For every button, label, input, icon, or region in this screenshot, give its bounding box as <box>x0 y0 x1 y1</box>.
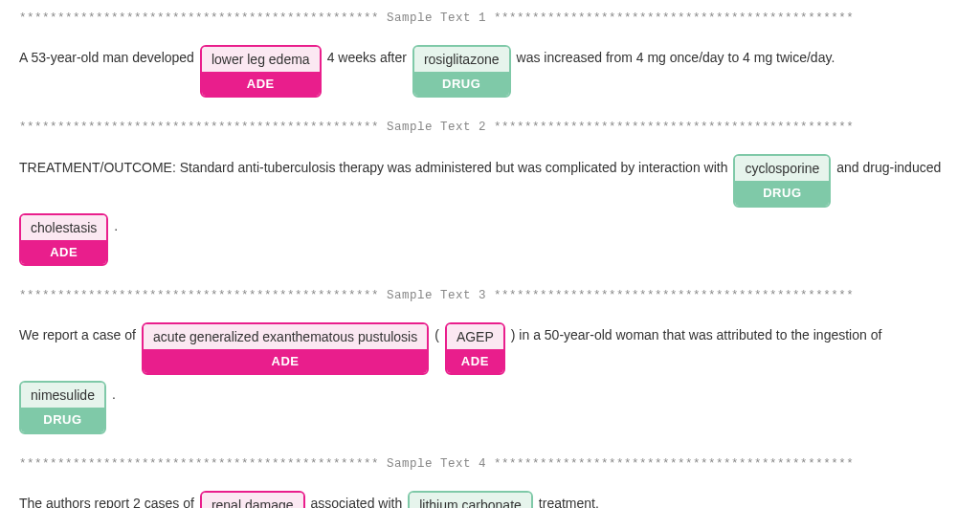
plain-text: A 53-year-old man developed <box>19 45 194 72</box>
entity-label: ADE <box>144 349 427 374</box>
plain-text: TREATMENT/OUTCOME: Standard anti-tubercu… <box>19 154 727 181</box>
entity-text: nimesulide <box>21 383 104 408</box>
entity-text: AGEP <box>447 324 503 349</box>
entity-text: renal damage <box>202 493 303 509</box>
entity-ade: lower leg edemaADE <box>200 45 322 99</box>
entity-text: acute generalized exanthematous pustulos… <box>144 324 427 349</box>
plain-text: and drug-induced <box>836 154 941 181</box>
entity-label: DRUG <box>735 181 829 206</box>
entity-text: lithium carbonate <box>410 493 531 509</box>
plain-text: associated with <box>311 491 403 509</box>
sample-text-row: A 53-year-old man developedlower leg ede… <box>19 45 961 99</box>
plain-text: treatment. <box>539 491 599 509</box>
plain-text: We report a case of <box>19 322 136 349</box>
annotated-text-samples: ****************************************… <box>19 10 961 508</box>
entity-ade: AGEPADE <box>445 322 505 376</box>
entity-drug: cyclosporineDRUG <box>733 154 831 208</box>
entity-drug: rosiglitazoneDRUG <box>412 45 511 99</box>
sample-header: ****************************************… <box>19 455 961 474</box>
entity-text: lower leg edema <box>202 47 320 72</box>
plain-text: was increased from 4 mg once/day to 4 mg… <box>517 45 835 72</box>
entity-drug: nimesulideDRUG <box>19 381 106 434</box>
entity-ade: cholestasisADE <box>19 213 108 267</box>
entity-ade: renal damageADE <box>200 491 305 509</box>
sample-header: ****************************************… <box>19 119 961 137</box>
entity-drug: lithium carbonateDRUG <box>408 491 533 509</box>
plain-text: . <box>114 213 118 240</box>
sample-header: ****************************************… <box>19 287 961 305</box>
entity-label: ADE <box>21 240 106 265</box>
sample-header: ****************************************… <box>19 10 961 28</box>
plain-text: ( <box>434 322 439 349</box>
entity-label: ADE <box>202 72 320 97</box>
entity-label: ADE <box>447 349 503 374</box>
entity-label: DRUG <box>414 72 509 97</box>
plain-text: 4 weeks after <box>327 45 407 72</box>
plain-text: ) in a 50-year-old woman that was attrib… <box>511 322 882 349</box>
entity-text: cyclosporine <box>735 156 829 181</box>
sample-text-row: TREATMENT/OUTCOME: Standard anti-tubercu… <box>19 154 961 266</box>
sample-text-row: The authors report 2 cases ofrenal damag… <box>19 491 961 509</box>
sample-text-row: We report a case ofacute generalized exa… <box>19 322 961 434</box>
plain-text: The authors report 2 cases of <box>19 491 194 509</box>
entity-label: DRUG <box>21 408 104 432</box>
plain-text: . <box>112 381 116 408</box>
entity-text: cholestasis <box>21 215 106 240</box>
entity-ade: acute generalized exanthematous pustulos… <box>142 322 429 376</box>
entity-text: rosiglitazone <box>414 47 509 72</box>
